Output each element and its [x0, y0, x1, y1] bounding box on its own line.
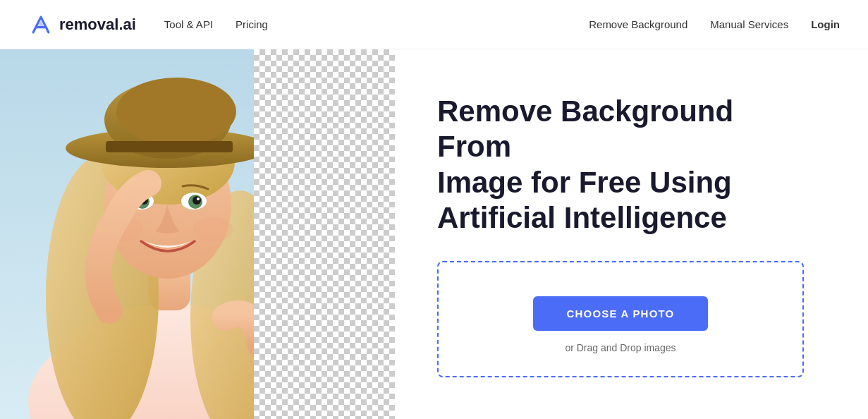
nav-tool-api[interactable]: Tool & API — [164, 18, 213, 30]
nav-pricing[interactable]: Pricing — [236, 18, 268, 30]
header-left: removal.ai Tool & API Pricing — [28, 12, 268, 37]
logo-link[interactable]: removal.ai — [28, 12, 136, 37]
hero-content: Remove Background From Image for Free Us… — [395, 49, 868, 419]
hero-image-area — [0, 49, 395, 419]
nav-manual-services[interactable]: Manual Services — [710, 18, 788, 30]
logo-icon — [28, 12, 54, 37]
nav-remove-background[interactable]: Remove Background — [589, 18, 687, 30]
upload-drop-area[interactable]: CHOOSE A PHOTO or Drag and Drop images — [437, 261, 804, 377]
checker-background — [254, 49, 395, 419]
site-header: removal.ai Tool & API Pricing Remove Bac… — [0, 0, 868, 49]
nav-left: Tool & API Pricing — [164, 18, 268, 30]
nav-login[interactable]: Login — [811, 18, 840, 30]
header-right: Remove Background Manual Services Login — [589, 18, 840, 30]
logo-text: removal.ai — [59, 16, 136, 34]
hero-title: Remove Background From Image for Free Us… — [437, 94, 804, 236]
choose-photo-button[interactable]: CHOOSE A PHOTO — [533, 296, 709, 331]
drag-drop-label: or Drag and Drop images — [565, 342, 676, 353]
hero-section: Remove Background From Image for Free Us… — [0, 49, 868, 419]
